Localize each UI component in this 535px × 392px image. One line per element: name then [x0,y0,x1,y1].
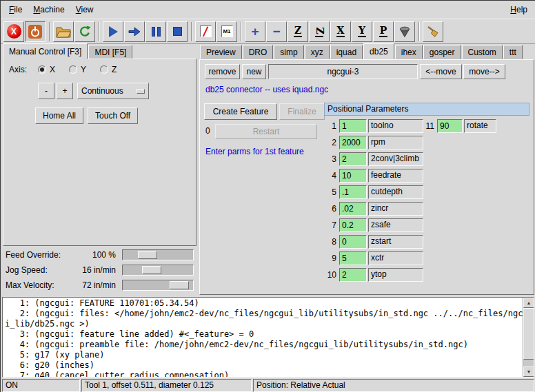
max-velocity-value: 72 in/min [82,280,122,290]
program-step-button[interactable] [124,21,145,42]
tab-ihex[interactable]: ihex [395,45,423,59]
axis-radio-z[interactable]: Z [100,65,117,74]
reload-file-button[interactable] [74,21,95,42]
toolbar-separator [99,22,100,41]
view-rotated-top-button[interactable]: Z [309,21,330,42]
create-feature-button[interactable]: Create Feature [204,103,277,120]
menu-file[interactable]: File [3,2,28,17]
open-file-button[interactable] [53,21,74,42]
gcode-output-text: 1: (ngcgui: FEATURE 110701:05.34.54) 2: … [3,298,534,378]
stop-icon [173,27,182,36]
move-tab-left-button[interactable]: <--move [420,64,462,79]
param-value-input[interactable] [339,268,367,282]
jog-increment-value: Continuous [81,86,123,96]
power-icon [28,25,42,39]
menu-help[interactable]: Help [505,2,533,17]
optional-stop-button[interactable]: M1 [216,21,237,42]
param-number: 10 [324,270,336,280]
step-arrow-icon [128,25,141,39]
touch-off-button[interactable]: Touch Off [88,107,138,124]
tab-preview[interactable]: Preview [200,45,242,59]
tab-iquad[interactable]: iquad [330,45,363,59]
tab-dro[interactable]: DRO [243,45,274,59]
param-number: 3 [324,154,336,164]
jog-increment-select[interactable]: Continuous [77,83,149,99]
slider-thumb[interactable] [138,251,157,259]
jog-speed-slider[interactable] [122,265,194,276]
move-tab-right-button[interactable]: move--> [463,64,505,79]
param-value-input[interactable] [339,185,367,199]
menu-view[interactable]: View [70,2,99,17]
scroll-down-arrow-icon[interactable] [523,367,534,377]
tab-custom[interactable]: Custom [462,45,503,59]
clear-plot-button[interactable] [423,21,443,42]
program-run-button[interactable] [103,21,123,42]
tab-ttt[interactable]: ttt [503,45,523,59]
restart-button[interactable]: Restart [215,124,317,139]
param-value-input[interactable] [437,119,463,133]
tab-simp[interactable]: simp [274,45,303,59]
finalize-button[interactable]: Finalize [279,103,325,120]
param-value-input[interactable] [339,119,367,133]
scroll-up-arrow-icon[interactable] [523,298,534,308]
view-front-button[interactable]: Y [352,21,372,42]
program-pause-button[interactable] [145,21,166,42]
axis-radio-x[interactable]: X [38,65,55,74]
tab-manual-control[interactable]: Manual Control [F3] [3,43,88,59]
jog-speed-label: Jog Speed: [6,265,48,275]
tab-xyz[interactable]: xyz [305,45,330,59]
tool-cone-icon [398,25,412,39]
feed-override-label: Feed Override: [6,250,61,260]
zoom-in-button[interactable] [245,21,265,42]
output-scrollbar[interactable] [523,298,534,377]
program-stop-button[interactable] [167,21,188,42]
param-value-input[interactable] [339,218,367,232]
view-perspective-button[interactable]: P [373,21,394,42]
rotate-view-button[interactable] [394,21,415,42]
block-delete-button[interactable] [195,21,216,42]
gcode-output-area[interactable]: 1: (ngcgui: FEATURE 110701:05.34.54) 2: … [2,297,534,378]
param-value-input[interactable] [339,136,367,149]
tab-mdi[interactable]: MDI [F5] [88,45,132,59]
param-value-input[interactable] [339,251,367,265]
tab-db25[interactable]: db25 [363,43,394,59]
param-row: 3 2conv|3climb [324,152,427,166]
machine-power-button[interactable] [25,21,46,42]
param-number: 11 [422,121,434,131]
tab-gosper[interactable]: gosper [423,45,461,59]
param-value-input[interactable] [339,169,367,183]
block-delete-icon [200,25,212,37]
view-front-icon: Y [358,25,366,37]
scrollbar-thumb[interactable] [523,308,534,360]
view-top-button[interactable]: Z [287,21,308,42]
tool-info: Tool 1, offset 0.511, diameter 0.125 [81,379,252,392]
param-value-input[interactable] [339,202,367,216]
statusbar: ON Tool 1, offset 0.511, diameter 0.125 … [1,379,535,392]
radio-icon [69,65,77,74]
max-velocity-slider[interactable] [122,280,194,291]
menu-machine[interactable]: Machine [28,2,70,17]
tab-name-input[interactable] [268,64,418,79]
slider-thumb[interactable] [170,281,189,289]
slider-thumb[interactable] [142,266,161,274]
right-notebook-tabs: Preview DRO simp xyz iquad db25 ihex gos… [200,45,523,59]
jog-minus-button[interactable]: - [38,83,54,99]
param-number: 4 [324,171,336,180]
view-side-button[interactable]: X [330,21,351,42]
estop-button[interactable]: X [3,21,24,42]
zoom-out-button[interactable] [266,21,287,42]
param-value-input[interactable] [339,152,367,166]
home-all-button[interactable]: Home All [35,107,83,124]
jog-speed-row: Jog Speed: 16 in/min [3,262,196,278]
axis-radio-y[interactable]: Y [69,65,86,74]
run-icon [109,26,118,37]
new-tab-button[interactable]: new [242,64,266,79]
param-value-input[interactable] [339,235,367,249]
params-column-1: 1 toolno 2 rpm 3 2conv|3climb 4 feedrate… [324,119,427,285]
feed-override-slider[interactable] [122,249,194,260]
jog-plus-button[interactable]: + [57,83,73,99]
param-number: 6 [324,204,336,214]
subroutine-description: db25 connector -- uses iquad.ngc [205,85,328,94]
remove-tab-button[interactable]: remove [205,64,240,79]
param-row: 10 ytop [324,268,427,282]
